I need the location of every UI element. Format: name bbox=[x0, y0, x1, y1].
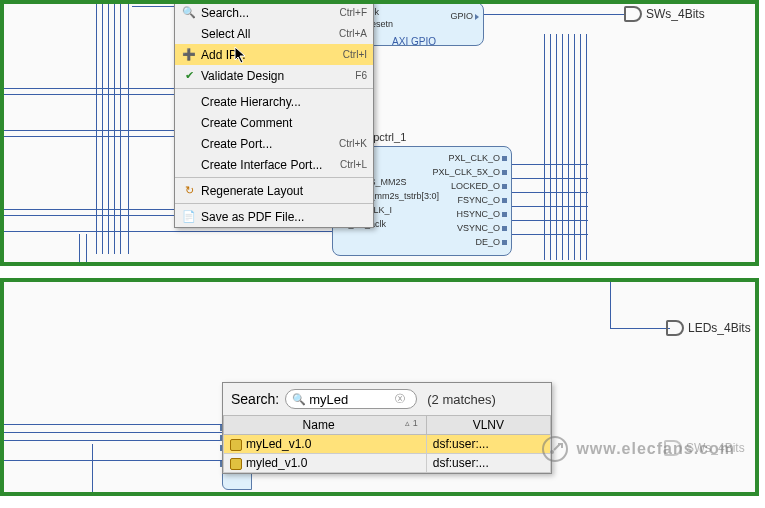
magnifier-icon: 🔍 bbox=[292, 393, 306, 406]
menu-shortcut: Ctrl+A bbox=[339, 28, 367, 39]
menu-label: Select All bbox=[197, 27, 339, 41]
sort-indicator-icon: ▵ 1 bbox=[405, 418, 418, 428]
search-input[interactable] bbox=[309, 392, 395, 407]
ip-package-icon bbox=[230, 439, 242, 451]
watermark-text: www.elecfans.com bbox=[576, 440, 735, 458]
search-label: Search: bbox=[231, 391, 279, 407]
menu-item-search[interactable]: 🔍 Search... Ctrl+F bbox=[175, 2, 373, 23]
menu-label: Create Port... bbox=[197, 137, 339, 151]
port-label: FSYNC_O bbox=[457, 195, 500, 205]
ip-vlnv: dsf:user:... bbox=[426, 435, 550, 454]
menu-label: Create Interface Port... bbox=[197, 158, 340, 172]
menu-label: Create Hierarchy... bbox=[197, 95, 367, 109]
menu-shortcut: F6 bbox=[355, 70, 367, 81]
menu-separator bbox=[175, 177, 373, 178]
menu-shortcut: Ctrl+K bbox=[339, 138, 367, 149]
validate-icon: ✔ bbox=[181, 69, 197, 82]
search-input-wrap[interactable]: 🔍 ⓧ bbox=[285, 389, 417, 409]
ip-result-row[interactable]: myled_v1.0 dsf:user:... bbox=[224, 454, 551, 473]
external-port-leds-4bits[interactable]: LEDs_4Bits bbox=[666, 320, 751, 336]
port-label: DE_O bbox=[475, 237, 500, 247]
add-ip-icon: ➕ bbox=[181, 48, 197, 61]
block-design-canvas-top[interactable]: i_aclk i_aresetn GPIO AXI GPIO axi_dispc… bbox=[0, 0, 759, 266]
column-header-name[interactable]: Name ▵ 1 bbox=[224, 416, 427, 435]
menu-shortcut: Ctrl+I bbox=[343, 49, 367, 60]
menu-item-select-all[interactable]: Select All Ctrl+A bbox=[175, 23, 373, 44]
pdf-icon: 📄 bbox=[181, 210, 197, 223]
port-label: LOCKED_O bbox=[451, 181, 500, 191]
menu-shortcut: Ctrl+F bbox=[340, 7, 368, 18]
menu-shortcut: Ctrl+L bbox=[340, 159, 367, 170]
ip-search-popup: Search: 🔍 ⓧ (2 matches) Name ▵ 1 VLNV bbox=[222, 382, 552, 474]
watermark-logo-icon bbox=[542, 436, 568, 462]
search-row: Search: 🔍 ⓧ (2 matches) bbox=[223, 383, 551, 415]
menu-label: Create Comment bbox=[197, 116, 367, 130]
port-label: VSYNC_O bbox=[457, 223, 500, 233]
port-label: PXL_CLK_O bbox=[448, 153, 500, 163]
ip-vlnv: dsf:user:... bbox=[426, 454, 550, 473]
menu-separator bbox=[175, 88, 373, 89]
external-port-label: LEDs_4Bits bbox=[688, 321, 751, 335]
column-header-vlnv[interactable]: VLNV bbox=[426, 416, 550, 435]
menu-item-save-as-pdf[interactable]: 📄 Save as PDF File... bbox=[175, 206, 373, 227]
menu-item-validate-design[interactable]: ✔ Validate Design F6 bbox=[175, 65, 373, 86]
external-port-label: SWs_4Bits bbox=[646, 7, 705, 21]
menu-item-create-comment[interactable]: Create Comment bbox=[175, 112, 373, 133]
menu-item-create-hierarchy[interactable]: Create Hierarchy... bbox=[175, 91, 373, 112]
menu-label: Validate Design bbox=[197, 69, 355, 83]
ip-result-row[interactable]: myLed_v1.0 dsf:user:... bbox=[224, 435, 551, 454]
search-icon: 🔍 bbox=[181, 6, 197, 19]
ip-package-icon bbox=[230, 458, 242, 470]
clear-search-icon[interactable]: ⓧ bbox=[395, 392, 405, 406]
watermark: www.elecfans.com bbox=[542, 436, 735, 462]
port-label: GPIO bbox=[450, 11, 473, 21]
menu-label: Save as PDF File... bbox=[197, 210, 367, 224]
menu-separator bbox=[175, 203, 373, 204]
external-port-sws-4bits[interactable]: SWs_4Bits bbox=[624, 6, 705, 22]
port-label: PXL_CLK_5X_O bbox=[432, 167, 500, 177]
search-matches-text: (2 matches) bbox=[427, 392, 496, 407]
menu-item-create-port[interactable]: Create Port... Ctrl+K bbox=[175, 133, 373, 154]
menu-label: Add IP... bbox=[197, 48, 343, 62]
menu-label: Search... bbox=[197, 6, 340, 20]
menu-item-add-ip[interactable]: ➕ Add IP... Ctrl+I bbox=[175, 44, 373, 65]
regenerate-icon: ↻ bbox=[181, 184, 197, 197]
port-shape-icon bbox=[624, 6, 642, 22]
menu-item-regenerate-layout[interactable]: ↻ Regenerate Layout bbox=[175, 180, 373, 201]
ip-name: myled_v1.0 bbox=[246, 456, 307, 470]
ip-results-table: Name ▵ 1 VLNV myLed_v1.0 dsf:user:... my… bbox=[223, 415, 551, 473]
port-label: HSYNC_O bbox=[456, 209, 500, 219]
menu-item-create-interface-port[interactable]: Create Interface Port... Ctrl+L bbox=[175, 154, 373, 175]
svg-point-0 bbox=[550, 450, 554, 454]
canvas-context-menu: 🔍 Search... Ctrl+F Select All Ctrl+A ➕ A… bbox=[174, 1, 374, 228]
block-design-canvas-bottom[interactable]: LEDs_4Bits Search: 🔍 ⓧ (2 matches) Name … bbox=[0, 278, 759, 496]
ip-name: myLed_v1.0 bbox=[246, 437, 311, 451]
port-shape-icon bbox=[666, 320, 684, 336]
menu-label: Regenerate Layout bbox=[197, 184, 367, 198]
